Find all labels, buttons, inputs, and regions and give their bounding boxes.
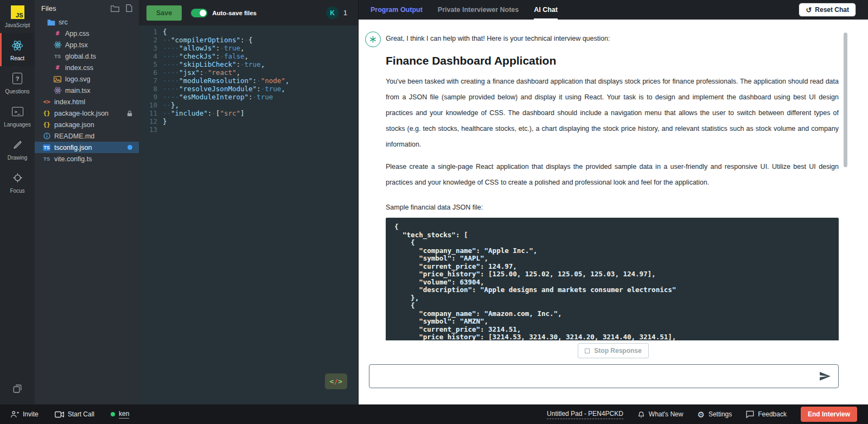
file-name: main.tsx <box>65 87 91 94</box>
stop-response-button[interactable]: Stop Response <box>578 343 648 358</box>
environment-sidebar: JSJavaScriptReact?Questions>_LanguagesDr… <box>0 0 35 404</box>
code-editor[interactable]: 12345678910111213 {··"compilerOptions":·… <box>139 26 358 404</box>
whats-new-button[interactable]: What's New <box>637 410 684 419</box>
code-line: ····"moduleResolution":·"node", <box>163 77 289 85</box>
html-file-icon: <> <box>42 98 51 105</box>
chat-composer <box>369 364 839 388</box>
main-row: JSJavaScriptReact?Questions>_LanguagesDr… <box>0 0 868 404</box>
save-button[interactable]: Save <box>146 5 182 21</box>
stop-response-label: Stop Response <box>594 347 641 355</box>
editor-toolbar: Save Auto-save files K 1 <box>139 0 358 26</box>
code-editor-pane: Save Auto-save files K 1 123456789101112… <box>139 0 358 404</box>
code-line: ····"resolveJsonModule":·true, <box>163 85 289 93</box>
bell-icon <box>637 410 645 419</box>
sidebar-item-drawing[interactable]: Drawing <box>0 132 35 166</box>
autosave-label: Auto-save files <box>212 10 257 16</box>
file-name: tsconfig.json <box>54 144 92 151</box>
chat-scrollbar-thumb[interactable] <box>844 33 847 167</box>
file-row-index-css[interactable]: #index.css <box>35 62 139 73</box>
collaborator-count: 1 <box>343 9 347 17</box>
questions-icon: ? <box>12 72 22 85</box>
files-header: Files <box>35 0 139 16</box>
sidebar-item-label: JavaScript <box>5 22 30 28</box>
sidebar-item-label: Languages <box>4 122 31 128</box>
code-line: ··"compilerOptions":·{ <box>163 36 289 44</box>
react-file-icon <box>53 41 62 49</box>
stop-row: Stop Response <box>359 340 868 361</box>
tab-program-output[interactable]: Program Output <box>371 0 423 20</box>
new-file-icon[interactable] <box>126 4 132 12</box>
file-row-global-d-ts[interactable]: TSglobal.d.ts <box>35 50 139 62</box>
file-name: src <box>59 18 68 26</box>
file-row-main-tsx[interactable]: main.tsx <box>35 85 139 96</box>
gear-icon: ⚙ <box>697 410 704 419</box>
javascript-icon: JS <box>11 5 24 19</box>
sidebar-item-label: Drawing <box>8 155 28 161</box>
chat-scroll-area[interactable]: Great, I think I can help with that! Her… <box>359 20 868 340</box>
panel-layout-icon[interactable] <box>12 384 22 396</box>
line-number-gutter: 12345678910111213 <box>139 28 157 404</box>
tabs: Program OutputPrivate Interviewer NotesA… <box>371 0 573 20</box>
autosave-toggle[interactable] <box>191 9 207 17</box>
react-alt-file-icon <box>53 86 62 94</box>
file-row-package-lock-json[interactable]: {}package-lock.json <box>35 107 139 119</box>
send-message-icon[interactable] <box>819 371 831 381</box>
file-name: global.d.ts <box>65 53 96 60</box>
code-line: } <box>163 117 289 125</box>
sidebar-item-focus[interactable]: Focus <box>0 166 35 199</box>
file-row-src[interactable]: src <box>35 16 139 28</box>
file-row-tsconfig-json[interactable]: TStsconfig.json <box>35 142 139 153</box>
coderpad-app: JSJavaScriptReact?Questions>_LanguagesDr… <box>0 0 868 424</box>
sample-json-code-block[interactable]: { "tech_stocks": [ { "company_name": "Ap… <box>386 218 839 340</box>
collaborator-avatar[interactable]: K <box>326 7 339 19</box>
pad-name-input[interactable]: Untitled Pad - PEN4PCKD <box>547 410 623 419</box>
stop-icon <box>585 349 590 353</box>
presence-user[interactable]: ken <box>111 410 129 419</box>
new-folder-icon[interactable] <box>111 5 119 12</box>
message-body: Great, I think I can help with that! Her… <box>386 29 839 340</box>
start-call-button[interactable]: Start Call <box>55 410 94 418</box>
ts-file-icon: TS <box>42 156 51 162</box>
sidebar-item-questions[interactable]: ?Questions <box>0 66 35 99</box>
file-row-app-css[interactable]: #App.css <box>35 28 139 39</box>
question-title: Finance Dashboard Application <box>386 54 839 67</box>
chat-message-input[interactable] <box>369 364 839 388</box>
file-name: index.css <box>65 64 93 72</box>
code-line: ····"jsx":·"react", <box>163 68 289 77</box>
sidebar-item-languages[interactable]: >_Languages <box>0 99 35 132</box>
tsconfig-file-icon: TS <box>42 144 51 151</box>
sidebar-items: JSJavaScriptReact?Questions>_LanguagesDr… <box>0 0 35 199</box>
file-row-logo-svg[interactable]: logo.svg <box>35 73 139 85</box>
right-panel: Program OutputPrivate Interviewer NotesA… <box>358 0 868 404</box>
css-file-icon: # <box>53 64 62 71</box>
sidebar-item-javascript[interactable]: JSJavaScript <box>0 0 35 33</box>
file-row-index-html[interactable]: <>index.html <box>35 96 139 107</box>
end-interview-button[interactable]: End Interview <box>801 407 857 422</box>
file-row-readme-md[interactable]: README.md <box>35 130 139 142</box>
file-name: App.css <box>65 30 89 37</box>
file-row-package-json[interactable]: {}package.json <box>35 119 139 130</box>
invite-button[interactable]: Invite <box>11 410 39 418</box>
sidebar-item-react[interactable]: React <box>0 33 35 66</box>
openai-avatar-icon <box>365 31 381 47</box>
reset-chat-button[interactable]: ↺ Reset Chat <box>799 3 856 17</box>
settings-button[interactable]: ⚙ Settings <box>697 410 732 419</box>
info-file-icon <box>42 132 51 140</box>
reset-chat-label: Reset Chat <box>815 6 849 14</box>
whats-new-label: What's New <box>649 410 684 418</box>
file-explorer: Files src#App.cssApp.tsxTSglobal.d.ts#in… <box>35 0 139 404</box>
sidebar-bottom <box>0 377 35 404</box>
tab-private-interviewer-notes[interactable]: Private Interviewer Notes <box>438 0 519 20</box>
code-line: ··}, <box>163 101 289 109</box>
file-row-vite-config-ts[interactable]: TSvite.config.ts <box>35 153 139 164</box>
feedback-button[interactable]: Feedback <box>746 410 787 418</box>
file-name: README.md <box>54 132 94 140</box>
invite-label: Invite <box>23 410 39 418</box>
code-line: ····"allowJs":·true, <box>163 44 289 52</box>
console-toggle-button[interactable]: </> <box>325 374 347 389</box>
file-row-app-tsx[interactable]: App.tsx <box>35 39 139 50</box>
tab-ai-chat[interactable]: AI Chat <box>534 0 558 20</box>
question-paragraph-2: Please create a single-page React applic… <box>386 159 839 191</box>
file-name: vite.config.ts <box>54 155 92 163</box>
code-content: {··"compilerOptions":·{····"allowJs":·tr… <box>157 28 289 404</box>
